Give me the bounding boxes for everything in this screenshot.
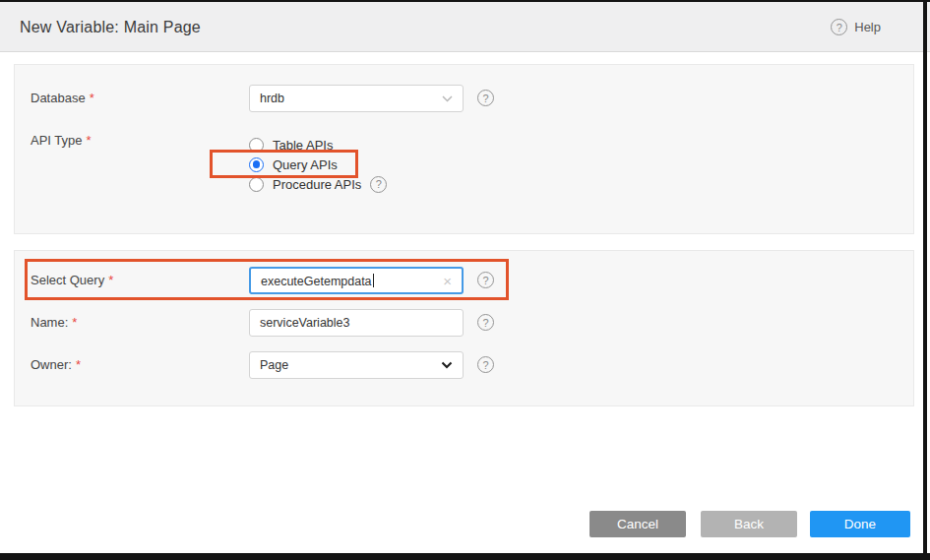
radio-query-apis-label: Query APIs — [273, 157, 338, 172]
select-query-help-icon[interactable]: ? — [477, 272, 494, 288]
required-asterisk: * — [76, 357, 81, 372]
owner-label: Owner:* — [31, 351, 81, 379]
owner-label-text: Owner: — [31, 357, 72, 372]
required-asterisk: * — [90, 91, 94, 105]
done-button[interactable]: Done — [810, 511, 910, 537]
name-label: Name:* — [31, 309, 77, 337]
clear-icon[interactable]: × — [443, 274, 452, 288]
help-link[interactable]: ? Help — [831, 2, 881, 52]
database-select-value: hrdb — [260, 92, 442, 105]
chevron-down-icon — [442, 92, 453, 105]
name-input-value: serviceVariable3 — [260, 316, 453, 330]
select-query-label-text: Select Query — [31, 273, 104, 287]
back-button[interactable]: Back — [701, 511, 797, 537]
help-icon: ? — [831, 19, 847, 35]
window-right-edge — [923, 0, 927, 560]
radio-unselected-icon — [249, 138, 264, 153]
select-query-value: executeGetempdata — [261, 274, 437, 288]
text-caret — [373, 274, 374, 287]
api-type-label-text: API Type — [31, 133, 83, 148]
radio-table-apis[interactable]: Table APIs — [249, 136, 333, 154]
database-help-icon[interactable]: ? — [477, 90, 494, 106]
required-asterisk: * — [72, 315, 77, 330]
help-label: Help — [854, 20, 881, 34]
window-top-edge — [0, 0, 930, 2]
name-input[interactable]: serviceVariable3 — [249, 309, 464, 337]
owner-select[interactable]: Page — [249, 351, 464, 379]
owner-help-icon[interactable]: ? — [477, 356, 494, 373]
cancel-button[interactable]: Cancel — [589, 511, 686, 537]
name-label-text: Name: — [31, 315, 68, 330]
database-select[interactable]: hrdb — [249, 85, 464, 112]
page-title: New Variable: Main Page — [20, 2, 201, 52]
database-label: Database* — [31, 85, 94, 112]
select-query-input[interactable]: executeGetempdata × — [249, 267, 464, 294]
window-bottom-edge — [0, 553, 930, 560]
radio-procedure-apis-label: Procedure APIs — [273, 177, 361, 192]
api-settings-panel: Database* hrdb ? API Type* Table APIs Qu… — [14, 64, 914, 234]
api-type-help-icon[interactable]: ? — [370, 176, 387, 193]
chevron-down-bold-icon — [441, 358, 453, 372]
radio-procedure-apis[interactable]: Procedure APIs ? — [249, 175, 387, 193]
radio-selected-icon — [249, 157, 264, 172]
owner-select-value: Page — [260, 358, 441, 372]
radio-unselected-icon — [249, 177, 264, 192]
api-type-label: API Type* — [31, 127, 92, 155]
radio-table-apis-label: Table APIs — [273, 138, 333, 153]
required-asterisk: * — [87, 133, 92, 148]
required-asterisk: * — [108, 273, 113, 287]
select-query-label: Select Query* — [31, 267, 113, 294]
variable-details-panel: Select Query* executeGetempdata × ? Name… — [14, 250, 914, 406]
new-variable-dialog: New Variable: Main Page ? Help Database*… — [0, 0, 930, 560]
name-help-icon[interactable]: ? — [477, 314, 494, 331]
database-label-text: Database — [31, 91, 86, 105]
radio-query-apis[interactable]: Query APIs — [249, 156, 338, 173]
dialog-header: New Variable: Main Page ? Help — [0, 2, 930, 52]
